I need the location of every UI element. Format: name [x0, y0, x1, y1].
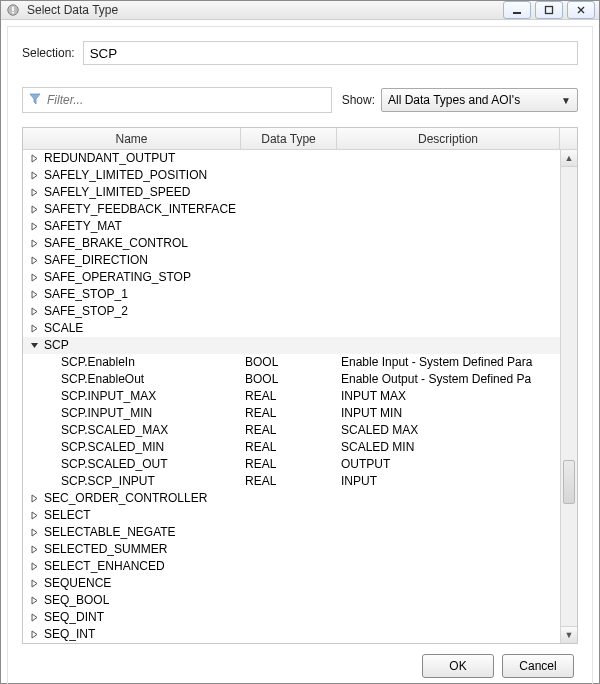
row-description: INPUT MIN — [337, 405, 560, 422]
expand-icon[interactable] — [29, 629, 40, 640]
tree-node[interactable]: SCP — [23, 337, 560, 354]
show-label: Show: — [342, 93, 375, 107]
tree-node[interactable]: SAFE_STOP_1 — [23, 286, 560, 303]
column-header-spacer — [560, 128, 577, 149]
tree-node[interactable]: SELECT — [23, 507, 560, 524]
svg-rect-2 — [12, 12, 14, 14]
selection-input[interactable] — [83, 41, 578, 65]
expand-icon[interactable] — [29, 323, 40, 334]
tree-node[interactable]: SAFE_DIRECTION — [23, 252, 560, 269]
dialog-window: Select Data Type Selection: Show: All Da… — [0, 0, 600, 684]
filter-box[interactable] — [22, 87, 332, 113]
tree-leaf[interactable]: SCP.INPUT_MINREALINPUT MIN — [23, 405, 560, 422]
scroll-thumb[interactable] — [563, 460, 575, 504]
expand-icon[interactable] — [29, 612, 40, 623]
collapse-icon[interactable] — [29, 340, 40, 351]
row-description: SCALED MIN — [337, 439, 560, 456]
expand-icon[interactable] — [29, 289, 40, 300]
expand-icon[interactable] — [29, 561, 40, 572]
expand-icon[interactable] — [29, 170, 40, 181]
expand-icon[interactable] — [29, 187, 40, 198]
tree-node[interactable]: SEQ_DINT — [23, 609, 560, 626]
title-bar: Select Data Type — [1, 1, 599, 20]
column-header-desc[interactable]: Description — [337, 128, 560, 149]
row-name: SCP.SCP_INPUT — [61, 473, 155, 490]
grid-rows[interactable]: REDUNDANT_OUTPUTSAFELY_LIMITED_POSITIONS… — [23, 150, 560, 643]
tree-node[interactable]: SAFETY_FEEDBACK_INTERFACE — [23, 201, 560, 218]
row-name: SELECT_ENHANCED — [44, 558, 165, 575]
expand-icon[interactable] — [29, 595, 40, 606]
tree-leaf[interactable]: SCP.SCP_INPUTREALINPUT — [23, 473, 560, 490]
row-type: REAL — [241, 422, 337, 439]
tree-node[interactable]: SAFE_OPERATING_STOP — [23, 269, 560, 286]
expand-icon[interactable] — [29, 153, 40, 164]
row-name: SCP.SCALED_MAX — [61, 422, 168, 439]
tree-node[interactable]: SEQ_INT — [23, 626, 560, 643]
row-description: INPUT MAX — [337, 388, 560, 405]
expand-icon[interactable] — [29, 306, 40, 317]
tree-node[interactable]: SELECTED_SUMMER — [23, 541, 560, 558]
row-name: SAFETY_MAT — [44, 218, 122, 235]
row-type: REAL — [241, 473, 337, 490]
expand-icon[interactable] — [29, 527, 40, 538]
maximize-button[interactable] — [535, 1, 563, 19]
tree-node[interactable]: SELECT_ENHANCED — [23, 558, 560, 575]
filter-input[interactable] — [47, 93, 325, 107]
row-description: INPUT — [337, 473, 560, 490]
tree-leaf[interactable]: SCP.SCALED_MAXREALSCALED MAX — [23, 422, 560, 439]
vertical-scrollbar[interactable]: ▲ ▼ — [560, 150, 577, 643]
row-name: SCP.EnableIn — [61, 354, 135, 371]
row-name: SCP.SCALED_MIN — [61, 439, 164, 456]
tree-leaf[interactable]: SCP.SCALED_OUTREALOUTPUT — [23, 456, 560, 473]
ok-button[interactable]: OK — [422, 654, 494, 678]
row-name: SAFE_STOP_2 — [44, 303, 128, 320]
row-name: SCP.INPUT_MIN — [61, 405, 152, 422]
tree-node[interactable]: REDUNDANT_OUTPUT — [23, 150, 560, 167]
tree-node[interactable]: SEC_ORDER_CONTROLLER — [23, 490, 560, 507]
tree-node[interactable]: SAFELY_LIMITED_POSITION — [23, 167, 560, 184]
column-header-name[interactable]: Name — [23, 128, 241, 149]
show-select[interactable]: All Data Types and AOI's ▼ — [381, 88, 578, 112]
expand-icon[interactable] — [29, 578, 40, 589]
tree-node[interactable]: SEQ_BOOL — [23, 592, 560, 609]
expand-icon[interactable] — [29, 238, 40, 249]
tree-node[interactable]: SCALE — [23, 320, 560, 337]
row-name: SEQ_INT — [44, 626, 95, 643]
close-button[interactable] — [567, 1, 595, 19]
tree-node[interactable]: SAFE_STOP_2 — [23, 303, 560, 320]
expand-icon[interactable] — [29, 204, 40, 215]
row-type: REAL — [241, 405, 337, 422]
tree-node[interactable]: SAFELY_LIMITED_SPEED — [23, 184, 560, 201]
cancel-button[interactable]: Cancel — [502, 654, 574, 678]
grid-header: Name Data Type Description — [23, 128, 577, 150]
row-name: SEQ_DINT — [44, 609, 104, 626]
tree-leaf[interactable]: SCP.EnableOutBOOLEnable Output - System … — [23, 371, 560, 388]
tree-leaf[interactable]: SCP.INPUT_MAXREALINPUT MAX — [23, 388, 560, 405]
filter-icon — [29, 93, 41, 108]
row-description: OUTPUT — [337, 456, 560, 473]
scroll-up-button[interactable]: ▲ — [561, 150, 577, 167]
expand-icon[interactable] — [29, 255, 40, 266]
tree-node[interactable]: SAFE_BRAKE_CONTROL — [23, 235, 560, 252]
row-type: REAL — [241, 456, 337, 473]
tree-node[interactable]: SELECTABLE_NEGATE — [23, 524, 560, 541]
expand-icon[interactable] — [29, 221, 40, 232]
show-group: Show: All Data Types and AOI's ▼ — [342, 88, 578, 112]
dialog-content: Selection: Show: All Data Types and AOI'… — [7, 26, 593, 684]
expand-icon[interactable] — [29, 272, 40, 283]
tree-leaf[interactable]: SCP.EnableInBOOLEnable Input - System De… — [23, 354, 560, 371]
expand-icon[interactable] — [29, 493, 40, 504]
scroll-down-button[interactable]: ▼ — [561, 626, 577, 643]
minimize-button[interactable] — [503, 1, 531, 19]
tree-leaf[interactable]: SCP.SCALED_MINREALSCALED MIN — [23, 439, 560, 456]
expand-icon[interactable] — [29, 510, 40, 521]
column-header-type[interactable]: Data Type — [241, 128, 337, 149]
selection-label: Selection: — [22, 46, 75, 60]
tree-node[interactable]: SAFETY_MAT — [23, 218, 560, 235]
app-icon — [5, 2, 21, 18]
window-title: Select Data Type — [27, 3, 503, 17]
selection-row: Selection: — [22, 41, 578, 65]
tree-node[interactable]: SEQUENCE — [23, 575, 560, 592]
row-type: BOOL — [241, 354, 337, 371]
expand-icon[interactable] — [29, 544, 40, 555]
